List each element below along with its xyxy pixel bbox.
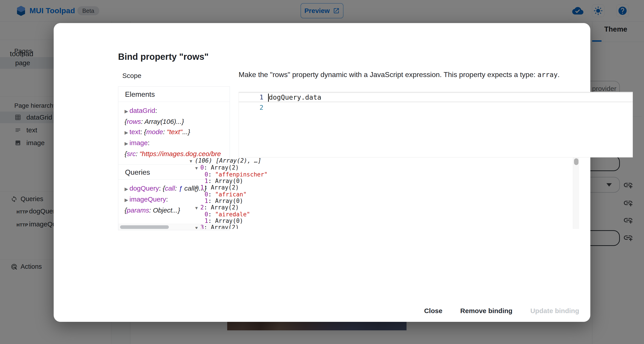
screen: MUI Toolpad Beta Preview toolpad Pages p… (0, 0, 644, 344)
elements-tree[interactable]: ▶ dataGrid:{rows: Array(106)...}▶ text: … (118, 102, 230, 164)
editor-line-2[interactable]: 2 (239, 102, 632, 113)
line-number: 2 (239, 104, 264, 111)
dialog-title: Bind property "rows" (118, 52, 209, 62)
remove-binding-button[interactable]: Remove binding (458, 304, 514, 318)
vertical-scrollbar[interactable] (573, 157, 579, 229)
line-number: 1 (239, 93, 264, 101)
close-button[interactable]: Close (422, 304, 445, 318)
scrollbar-thumb[interactable] (120, 225, 169, 229)
expected-type: array (537, 71, 558, 79)
text-cursor (268, 94, 269, 102)
scrollbar-thumb[interactable] (574, 158, 578, 165)
dialog-actions: Close Remove binding Update binding (422, 304, 582, 318)
js-expression-editor[interactable]: 1 dogQuery.data 2 (238, 92, 633, 157)
editor-line-1[interactable]: 1 dogQuery.data (239, 92, 632, 102)
update-binding-button[interactable]: Update binding (528, 304, 582, 318)
editor-code: dogQuery.data (269, 93, 321, 101)
dialog-description: Make the "rows" property dynamic with a … (238, 71, 634, 79)
scope-label: Scope (122, 72, 141, 80)
evaluation-result-tree[interactable]: ▼ (106) [Array(2), …]▼ 0: Array(2)0: "af… (185, 157, 573, 229)
elements-header: Elements (118, 87, 230, 102)
